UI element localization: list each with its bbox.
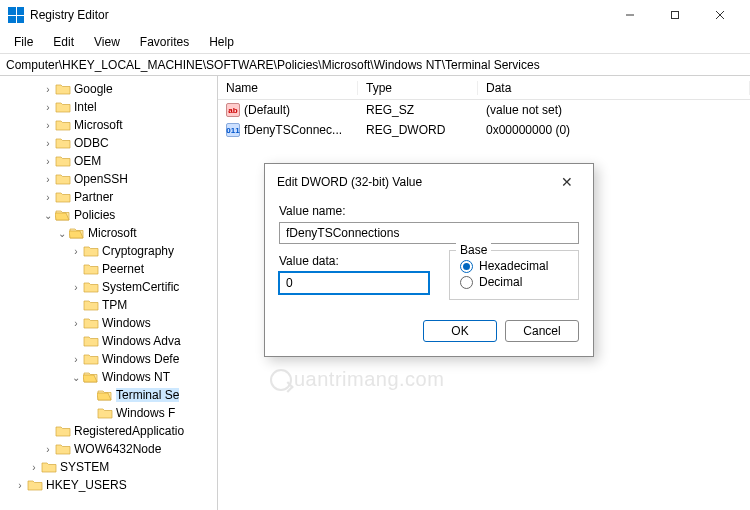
folder-icon (55, 442, 71, 456)
value-data-label: Value data: (279, 254, 429, 268)
folder-icon (55, 190, 71, 204)
tree-label: Microsoft (88, 226, 137, 240)
chevron-icon[interactable]: › (42, 192, 54, 203)
maximize-button[interactable] (652, 0, 697, 30)
folder-icon (55, 100, 71, 114)
base-label: Base (456, 243, 491, 257)
dialog-title-text: Edit DWORD (32-bit) Value (277, 175, 553, 189)
chevron-icon[interactable]: › (28, 462, 40, 473)
tree-item[interactable]: Terminal Se (0, 386, 217, 404)
tree-label: Microsoft (74, 118, 123, 132)
tree-item[interactable]: ⌄Microsoft (0, 224, 217, 242)
tree-item[interactable]: Windows F (0, 404, 217, 422)
list-row[interactable]: 011fDenyTSConnec...REG_DWORD0x00000000 (… (218, 120, 750, 140)
minimize-button[interactable] (607, 0, 652, 30)
chevron-icon[interactable]: › (70, 354, 82, 365)
folder-icon (41, 460, 57, 474)
tree-item[interactable]: ›Windows Defe (0, 350, 217, 368)
tree-item[interactable]: ⌄Windows NT (0, 368, 217, 386)
cell-name: (Default) (244, 103, 290, 117)
folder-icon (83, 244, 99, 258)
close-button[interactable] (697, 0, 742, 30)
folder-icon (69, 226, 85, 240)
list-header: Name Type Data (218, 76, 750, 100)
folder-icon (97, 406, 113, 420)
ok-button[interactable]: OK (423, 320, 497, 342)
chevron-icon[interactable]: › (42, 138, 54, 149)
tree-item[interactable]: ›Windows (0, 314, 217, 332)
chevron-icon[interactable]: › (42, 120, 54, 131)
tree-label: Windows (102, 316, 151, 330)
value-data-input[interactable] (279, 272, 429, 294)
menu-file[interactable]: File (4, 33, 43, 51)
tree-item[interactable]: ›OEM (0, 152, 217, 170)
tree-item[interactable]: ›SYSTEM (0, 458, 217, 476)
chevron-icon[interactable]: › (70, 318, 82, 329)
tree-label: ODBC (74, 136, 109, 150)
address-bar[interactable]: Computer\HKEY_LOCAL_MACHINE\SOFTWARE\Pol… (0, 54, 750, 76)
radio-hexadecimal[interactable]: Hexadecimal (460, 259, 568, 273)
tree-item[interactable]: ⌄Policies (0, 206, 217, 224)
tree-label: Windows F (116, 406, 175, 420)
dialog-close-button[interactable]: ✕ (553, 174, 581, 190)
chevron-icon[interactable]: › (70, 282, 82, 293)
tree-label: Terminal Se (116, 388, 179, 402)
folder-icon (55, 208, 71, 222)
col-header-data[interactable]: Data (478, 81, 750, 95)
tree-label: OpenSSH (74, 172, 128, 186)
tree-label: HKEY_USERS (46, 478, 127, 492)
tree-item[interactable]: ›Intel (0, 98, 217, 116)
chevron-icon[interactable]: › (42, 444, 54, 455)
tree-label: Peernet (102, 262, 144, 276)
tree-item[interactable]: Peernet (0, 260, 217, 278)
tree-item[interactable]: Windows Adva (0, 332, 217, 350)
folder-icon (83, 334, 99, 348)
chevron-icon[interactable]: › (42, 84, 54, 95)
tree-label: Windows NT (102, 370, 170, 384)
chevron-icon[interactable]: › (42, 174, 54, 185)
reg-value-icon: 011 (226, 123, 240, 137)
menu-help[interactable]: Help (199, 33, 244, 51)
menu-favorites[interactable]: Favorites (130, 33, 199, 51)
window-title: Registry Editor (30, 8, 607, 22)
col-header-type[interactable]: Type (358, 81, 478, 95)
value-name-input[interactable] (279, 222, 579, 244)
tree-label: Policies (74, 208, 115, 222)
chevron-icon[interactable]: › (42, 102, 54, 113)
tree-item[interactable]: ›ODBC (0, 134, 217, 152)
chevron-icon[interactable]: ⌄ (70, 372, 82, 383)
folder-icon (55, 136, 71, 150)
cancel-button[interactable]: Cancel (505, 320, 579, 342)
dialog-titlebar: Edit DWORD (32-bit) Value ✕ (265, 164, 593, 200)
list-row[interactable]: ab(Default)REG_SZ(value not set) (218, 100, 750, 120)
radio-decimal[interactable]: Decimal (460, 275, 568, 289)
tree-item[interactable]: ›SystemCertific (0, 278, 217, 296)
tree-item[interactable]: TPM (0, 296, 217, 314)
cell-type: REG_DWORD (358, 123, 478, 137)
tree-label: SystemCertific (102, 280, 179, 294)
chevron-icon[interactable]: ⌄ (42, 210, 54, 221)
tree-item[interactable]: ›WOW6432Node (0, 440, 217, 458)
tree-item[interactable]: ›Microsoft (0, 116, 217, 134)
tree-pane[interactable]: ›Google›Intel›Microsoft›ODBC›OEM›OpenSSH… (0, 76, 218, 510)
chevron-icon[interactable]: ⌄ (56, 228, 68, 239)
tree-item[interactable]: ›HKEY_USERS (0, 476, 217, 494)
folder-icon (55, 82, 71, 96)
chevron-icon[interactable]: › (42, 156, 54, 167)
radio-icon (460, 276, 473, 289)
chevron-icon[interactable]: › (14, 480, 26, 491)
tree-item[interactable]: ›Google (0, 80, 217, 98)
tree-label: OEM (74, 154, 101, 168)
tree-item[interactable]: RegisteredApplicatio (0, 422, 217, 440)
menu-view[interactable]: View (84, 33, 130, 51)
col-header-name[interactable]: Name (218, 81, 358, 95)
tree-item[interactable]: ›Cryptography (0, 242, 217, 260)
menu-edit[interactable]: Edit (43, 33, 84, 51)
chevron-icon[interactable]: › (70, 246, 82, 257)
folder-icon (97, 388, 113, 402)
tree-item[interactable]: ›Partner (0, 188, 217, 206)
folder-icon (27, 478, 43, 492)
folder-icon (83, 352, 99, 366)
cell-name: fDenyTSConnec... (244, 123, 342, 137)
tree-item[interactable]: ›OpenSSH (0, 170, 217, 188)
